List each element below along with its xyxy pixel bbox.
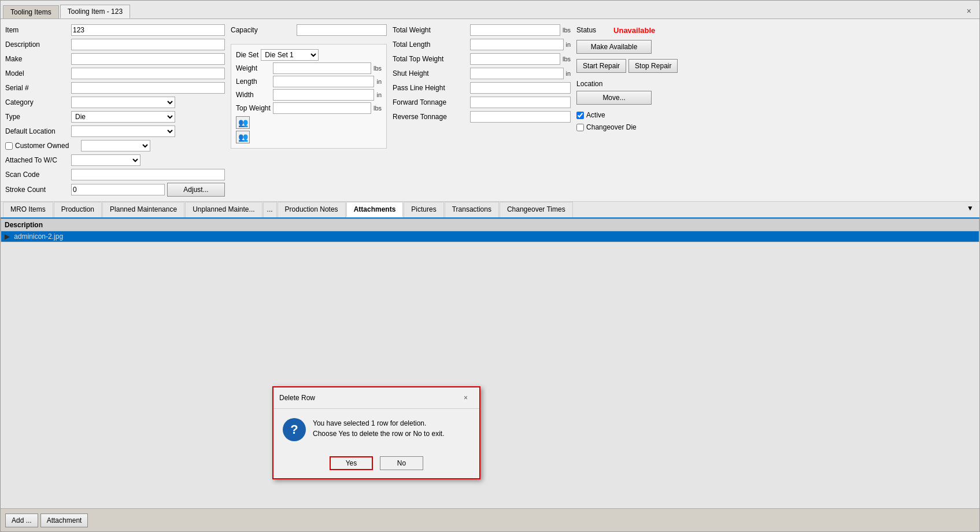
- make-input[interactable]: [71, 53, 225, 65]
- location-label-row: Location: [576, 80, 704, 88]
- pass-line-height-input[interactable]: [470, 82, 571, 94]
- dialog-close-button[interactable]: ×: [458, 391, 474, 405]
- dialog-title: Delete Row: [279, 394, 315, 402]
- dialog-body: ? You have selected 1 row for deletion. …: [273, 409, 479, 450]
- pass-line-height-row: Pass Line Height: [393, 82, 571, 94]
- tab-production[interactable]: Production: [54, 202, 102, 217]
- shut-height-label: Shut Height: [393, 69, 468, 77]
- weight-input[interactable]: [273, 62, 371, 74]
- adjust-button[interactable]: Adjust...: [167, 183, 225, 197]
- reverse-tonnage-input[interactable]: [470, 111, 571, 123]
- total-top-weight-input[interactable]: [470, 53, 560, 65]
- tab-planned-maintenance[interactable]: Planned Maintenance: [102, 202, 184, 217]
- stroke-count-input[interactable]: [71, 184, 165, 195]
- move-button[interactable]: Move...: [576, 91, 652, 105]
- length-unit: in: [376, 78, 382, 85]
- dialog-title-bar: Delete Row ×: [273, 387, 479, 409]
- forward-tonnage-input[interactable]: [470, 97, 571, 108]
- top-weight-unit: lbs: [373, 105, 382, 112]
- tab-tooling-items[interactable]: Tooling Items: [3, 5, 59, 19]
- tab-unplanned-maintenance[interactable]: Unplanned Mainte...: [185, 202, 262, 217]
- tab-production-notes[interactable]: Production Notes: [278, 202, 346, 217]
- add-button[interactable]: Add ...: [5, 513, 38, 527]
- item-row: Item: [5, 24, 225, 36]
- tab-more[interactable]: ...: [263, 202, 277, 217]
- die-set-box: Die Set Die Set 1 Weight lbs Length in W: [231, 44, 387, 149]
- total-top-weight-label: Total Top Weight: [393, 55, 468, 63]
- type-row: Type Die: [5, 110, 225, 123]
- changeover-die-checkbox[interactable]: [576, 124, 584, 131]
- default-location-row: Default Location: [5, 125, 225, 138]
- active-label: Active: [586, 111, 605, 119]
- serial-label: Serial #: [5, 84, 69, 92]
- total-length-label: Total Length: [393, 40, 468, 49]
- make-row: Make: [5, 53, 225, 65]
- pass-line-height-label: Pass Line Height: [393, 84, 468, 92]
- serial-input[interactable]: [71, 82, 225, 94]
- scan-code-input[interactable]: [71, 169, 225, 180]
- top-weight-input[interactable]: [273, 102, 371, 114]
- bino-icon-2[interactable]: 👥: [236, 131, 250, 143]
- dialog-message: You have selected 1 row for deletion. Ch…: [313, 418, 444, 439]
- changeover-die-row: Changeover Die: [576, 123, 704, 131]
- total-weight-row: Total Weight lbs: [393, 24, 571, 36]
- type-select[interactable]: Die: [71, 111, 175, 123]
- weight-row: Weight lbs: [236, 62, 382, 74]
- tab-tooling-item-123[interactable]: Tooling Item - 123: [60, 5, 130, 19]
- modal-overlay: Delete Row × ? You have selected 1 row f…: [1, 219, 979, 508]
- attached-wc-select[interactable]: [71, 154, 140, 166]
- left-panel: Item Description Make Model Serial # Cat…: [5, 24, 225, 197]
- status-value: Unavailable: [613, 26, 655, 35]
- content-area: Description ▶ adminicon-2.jpg Delete Row…: [1, 219, 979, 508]
- reverse-tonnage-row: Reverse Tonnage: [393, 110, 571, 123]
- center-panel: Total Weight lbs Total Length in Total T…: [393, 24, 571, 197]
- model-input[interactable]: [71, 68, 225, 79]
- total-weight-input[interactable]: [470, 24, 560, 36]
- shut-height-unit: in: [566, 70, 571, 77]
- make-available-button[interactable]: Make Available: [576, 40, 652, 54]
- tab-mro-items[interactable]: MRO Items: [3, 202, 53, 217]
- bino-icon-1[interactable]: 👥: [236, 116, 250, 129]
- reverse-tonnage-label: Reverse Tonnage: [393, 113, 468, 121]
- tab-transactions[interactable]: Transactions: [445, 202, 499, 217]
- dialog-yes-button[interactable]: Yes: [330, 456, 373, 470]
- active-checkbox[interactable]: [576, 112, 584, 119]
- dialog-no-button[interactable]: No: [380, 456, 423, 470]
- attachment-button[interactable]: Attachment: [40, 513, 88, 527]
- tab-pictures[interactable]: Pictures: [404, 202, 443, 217]
- scan-code-label: Scan Code: [5, 171, 69, 179]
- tab-attachments[interactable]: Attachments: [346, 202, 404, 217]
- total-length-input[interactable]: [470, 39, 564, 50]
- description-input[interactable]: [71, 39, 225, 50]
- status-row: Status Unavailable: [576, 24, 704, 36]
- top-form-section: Item Description Make Model Serial # Cat…: [1, 19, 979, 202]
- capacity-input[interactable]: [297, 24, 387, 36]
- middle-panel: Capacity Die Set Die Set 1 Weight lbs L: [231, 24, 387, 197]
- total-length-unit: in: [566, 41, 571, 48]
- tab-changeover-times[interactable]: Changeover Times: [500, 202, 573, 217]
- forward-tonnage-label: Forward Tonnage: [393, 98, 468, 106]
- length-input[interactable]: [273, 76, 374, 87]
- description-row: Description: [5, 38, 225, 51]
- length-label: Length: [236, 77, 271, 86]
- item-input[interactable]: [71, 24, 225, 36]
- total-top-weight-unit: lbs: [563, 56, 571, 62]
- window-close-button[interactable]: ×: [961, 4, 977, 18]
- start-repair-button[interactable]: Start Repair: [576, 59, 626, 73]
- tab-bar: Tooling Items Tooling Item - 123 ×: [1, 1, 979, 19]
- die-set-label: Die Set: [236, 51, 258, 59]
- width-input[interactable]: [273, 89, 374, 101]
- shut-height-input[interactable]: [470, 68, 564, 79]
- tabs-scroll-arrow[interactable]: ▼: [963, 202, 977, 217]
- right-panel: Status Unavailable Make Available Start …: [576, 24, 704, 197]
- die-set-select[interactable]: Die Set 1: [261, 49, 319, 61]
- top-weight-label: Top Weight: [236, 104, 271, 112]
- stop-repair-button[interactable]: Stop Repair: [628, 59, 678, 73]
- total-weight-unit: lbs: [563, 27, 571, 34]
- default-location-select[interactable]: [71, 125, 175, 137]
- category-select[interactable]: [71, 97, 175, 108]
- customer-owned-checkbox[interactable]: [5, 142, 13, 150]
- customer-owned-select[interactable]: [81, 140, 150, 152]
- dialog-question-icon: ?: [283, 418, 306, 441]
- top-weight-row: Top Weight lbs: [236, 102, 382, 114]
